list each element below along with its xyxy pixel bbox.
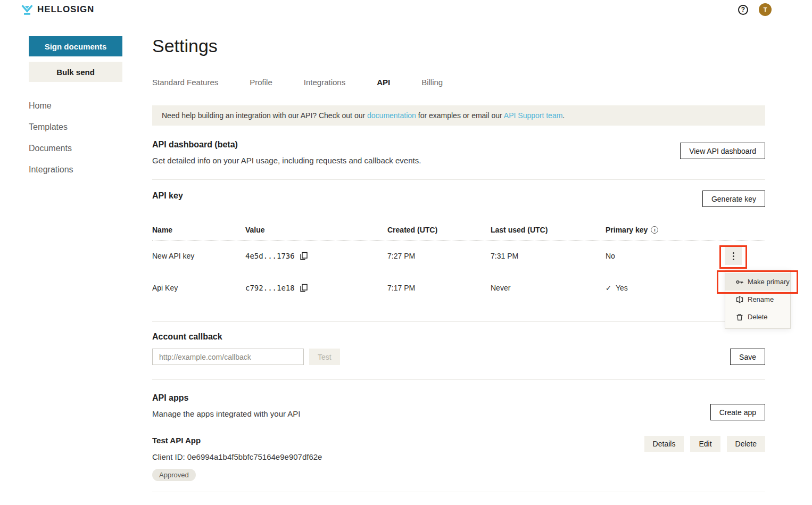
documentation-link[interactable]: documentation (367, 111, 416, 120)
copy-icon[interactable] (300, 284, 308, 292)
menu-item-label: Make primary (748, 278, 790, 286)
col-header-created: Created (UTC) (387, 225, 491, 235)
topbar: HELLOSIGN ? T (0, 0, 812, 19)
info-icon[interactable]: i (651, 226, 658, 234)
api-key-table: Name Value Created (UTC) Last used (UTC)… (152, 225, 765, 305)
generate-key-button[interactable]: Generate key (702, 191, 765, 207)
key-actions-dropdown: Make primary Rename (725, 270, 791, 329)
col-header-name: Name (152, 225, 245, 235)
sidebar-item-home[interactable]: Home (29, 100, 122, 112)
api-key-title: API key (152, 191, 183, 201)
app-edit-button[interactable]: Edit (690, 436, 720, 452)
callback-url-input[interactable] (152, 349, 304, 365)
divider (152, 179, 765, 180)
api-dashboard-description: Get detailed info on your API usage, inc… (152, 156, 421, 165)
trash-icon (736, 313, 743, 321)
sign-documents-button[interactable]: Sign documents (29, 36, 122, 56)
brand-name: HELLOSIGN (37, 4, 94, 15)
api-apps-title: API apps (152, 393, 301, 403)
divider (152, 492, 765, 492)
sidebar-item-documents[interactable]: Documents (29, 143, 122, 154)
menu-item-make-primary[interactable]: Make primary (725, 273, 790, 291)
copy-icon[interactable] (300, 252, 308, 260)
sidebar-item-templates[interactable]: Templates (29, 121, 122, 133)
view-api-dashboard-button[interactable]: View API dashboard (680, 143, 765, 159)
status-badge: Approved (152, 469, 196, 481)
table-row: New API key 4e5d...1736 7:27 PM 7: (152, 241, 765, 271)
main-content: Settings Standard Features Profile Integ… (152, 19, 765, 492)
api-dashboard-title: API dashboard (beta) (152, 139, 421, 150)
check-icon: ✓ (606, 284, 611, 292)
key-primary: No (606, 252, 725, 260)
tab-billing[interactable]: Billing (421, 78, 443, 87)
account-callback-title: Account callback (152, 332, 765, 342)
api-apps-section: API apps Manage the apps integrated with… (152, 393, 765, 420)
key-value: c792...1e18 (245, 284, 295, 292)
menu-item-label: Delete (748, 313, 768, 321)
api-dashboard-section: API dashboard (beta) Get detailed info o… (152, 139, 765, 165)
app-name: Test API App (152, 436, 322, 445)
divider (152, 379, 765, 380)
save-callback-button[interactable]: Save (730, 349, 765, 365)
app-delete-button[interactable]: Delete (727, 436, 765, 452)
sidebar-item-integrations[interactable]: Integrations (29, 164, 122, 176)
tab-api[interactable]: API (377, 78, 390, 87)
tab-integrations[interactable]: Integrations (304, 78, 345, 87)
key-name: New API key (152, 252, 245, 260)
api-apps-description: Manage the apps integrated with your API (152, 409, 301, 419)
api-app-row: Test API App Client ID: 0e6994a1b4f5bbfc… (152, 436, 765, 481)
col-header-value: Value (245, 225, 387, 235)
bulk-send-button[interactable]: Bulk send (29, 62, 122, 82)
api-help-banner: Need help building an integration with o… (152, 105, 765, 126)
api-key-section: API key Generate key Name Value Created … (152, 191, 765, 305)
key-actions-menu-button[interactable] (725, 247, 742, 265)
create-app-button[interactable]: Create app (710, 404, 765, 420)
app-client-id: Client ID: 0e6994a1b4f5bbfc75164e9e907df… (152, 452, 322, 462)
col-header-last-used: Last used (UTC) (491, 225, 606, 235)
page-title: Settings (152, 35, 765, 56)
sidebar: Sign documents Bulk send Home Templates … (29, 36, 122, 176)
banner-text-mid: for examples or email our (416, 111, 504, 120)
banner-text-end: . (562, 111, 565, 120)
rename-icon (736, 296, 743, 303)
test-callback-button[interactable]: Test (309, 349, 340, 365)
key-icon (736, 278, 743, 286)
menu-item-label: Rename (748, 295, 774, 303)
divider (152, 321, 765, 322)
tab-standard-features[interactable]: Standard Features (152, 78, 218, 87)
tab-profile[interactable]: Profile (250, 78, 272, 87)
help-icon[interactable]: ? (738, 5, 748, 15)
api-support-link[interactable]: API Support team (504, 111, 563, 120)
menu-item-delete[interactable]: Delete (725, 308, 790, 326)
key-primary: Yes (616, 284, 628, 292)
key-last-used: 7:31 PM (491, 252, 606, 260)
hellosign-logo-icon (21, 4, 33, 15)
key-name: Api Key (152, 284, 245, 292)
app-details-button[interactable]: Details (644, 436, 684, 452)
key-created: 7:27 PM (387, 252, 491, 260)
brand-logo[interactable]: HELLOSIGN (21, 4, 94, 15)
col-header-primary: Primary key (606, 225, 648, 235)
banner-text: Need help building an integration with o… (162, 111, 367, 120)
key-last-used: Never (491, 284, 606, 292)
account-callback-section: Account callback Test Save (152, 332, 765, 365)
key-created: 7:17 PM (387, 284, 491, 292)
menu-item-rename[interactable]: Rename (725, 291, 790, 308)
key-value: 4e5d...1736 (245, 252, 295, 260)
avatar[interactable]: T (759, 3, 772, 16)
settings-tabs: Standard Features Profile Integrations A… (152, 78, 765, 87)
table-row: Api Key c792...1e18 7:17 PM Never (152, 271, 765, 305)
